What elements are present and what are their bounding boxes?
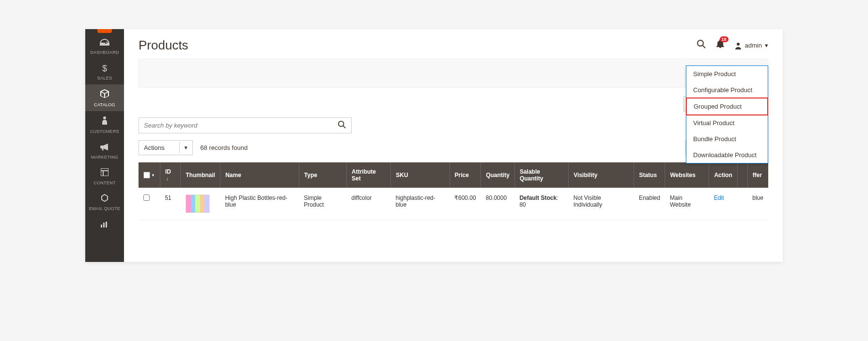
cell-salable: Default Stock: 80: [514, 188, 568, 220]
col-thumbnail[interactable]: Thumbnail: [181, 162, 220, 188]
gauge-icon: [100, 38, 109, 48]
sort-arrow-icon: ↓: [166, 176, 169, 181]
nav-email-quote[interactable]: EMAIL QUOTE: [85, 189, 124, 215]
nav-dashboard[interactable]: DASHBOARD: [85, 33, 124, 59]
magento-logo-tab: [97, 29, 112, 33]
col-sku[interactable]: SKU: [391, 162, 450, 188]
col-status[interactable]: Status: [634, 162, 665, 188]
dropdown-downloadable-product[interactable]: Downloadable Product: [686, 147, 768, 163]
nav-label: SALES: [97, 76, 112, 81]
dropdown-configurable-product[interactable]: Configurable Product: [686, 82, 768, 98]
svg-rect-5: [103, 223, 105, 227]
header-actions: 18 admin ▾: [697, 39, 768, 51]
svg-rect-1: [101, 168, 108, 176]
user-icon: [734, 42, 742, 49]
salable-value: 80: [519, 201, 526, 208]
cell-status: Enabled: [634, 188, 665, 220]
notifications-icon[interactable]: 18: [716, 39, 725, 51]
cell-name: High Plastic Bottles-red-blue: [220, 188, 299, 220]
records-found: 68 records found: [201, 144, 248, 151]
svg-point-0: [103, 116, 106, 119]
bar-chart-icon: [101, 220, 108, 230]
megaphone-icon: [100, 143, 109, 153]
col-blank[interactable]: [737, 162, 747, 188]
svg-rect-6: [106, 222, 107, 227]
svg-point-7: [698, 40, 703, 46]
col-action[interactable]: Action: [709, 162, 737, 188]
col-id[interactable]: ID ↓: [160, 162, 181, 188]
cell-visibility: Not Visible Individually: [569, 188, 634, 220]
toolbar: Filters Default V: [124, 88, 783, 114]
search-submit-icon[interactable]: [333, 120, 351, 130]
col-extra[interactable]: ffer: [747, 162, 768, 188]
nav-content[interactable]: CONTENT: [85, 163, 124, 189]
main-content: Products 18 admin ▾ Add Product: [124, 29, 783, 262]
dropdown-grouped-product[interactable]: Grouped Product: [686, 97, 768, 115]
message-banner: Add Product: [139, 59, 768, 88]
add-product-dropdown: Simple Product Configurable Product Grou…: [686, 65, 768, 163]
nav-label: CATALOG: [94, 102, 115, 107]
col-price[interactable]: Price: [450, 162, 481, 188]
actions-label: Actions: [139, 141, 179, 155]
products-table: ▼ ID ↓ Thumbnail Name Type Attribute Set…: [139, 162, 768, 220]
nav-customers[interactable]: CUSTOMERS: [85, 111, 124, 138]
nav-label: CONTENT: [93, 180, 116, 185]
salable-label: Default Stock: [519, 195, 557, 201]
products-grid: ▼ ID ↓ Thumbnail Name Type Attribute Set…: [139, 162, 768, 220]
select-all-checkbox[interactable]: [143, 172, 150, 179]
search-box: [139, 117, 352, 133]
col-visibility[interactable]: Visibility: [569, 162, 634, 188]
chevron-down-icon: ▾: [765, 42, 768, 49]
grid-controls: Actions ▼ 68 records found 50 ▼ per page…: [124, 140, 783, 162]
cube-icon: [100, 89, 109, 100]
svg-line-8: [703, 46, 705, 48]
cell-price: ₹600.00: [450, 188, 481, 220]
col-type[interactable]: Type: [299, 162, 346, 188]
col-attribute-set[interactable]: Attribute Set: [347, 162, 391, 188]
layout-icon: [101, 168, 108, 179]
nav-label: EMAIL QUOTE: [89, 206, 120, 211]
page-header: Products 18 admin ▾: [124, 29, 783, 59]
notification-badge: 18: [720, 36, 728, 42]
cell-sku: highplastic-red-blue: [391, 188, 450, 220]
user-menu[interactable]: admin ▾: [734, 42, 768, 49]
dropdown-bundle-product[interactable]: Bundle Product: [686, 131, 768, 147]
nav-sales[interactable]: $ SALES: [85, 59, 124, 84]
user-name: admin: [745, 42, 762, 49]
table-header-row: ▼ ID ↓ Thumbnail Name Type Attribute Set…: [139, 162, 768, 188]
nav-catalog[interactable]: CATALOG: [85, 84, 124, 111]
col-websites[interactable]: Websites: [665, 162, 709, 188]
nav-marketing[interactable]: MARKETING: [85, 138, 124, 163]
cell-qty: 80.0000: [481, 188, 515, 220]
svg-rect-4: [101, 225, 102, 227]
search-input[interactable]: [139, 118, 333, 133]
nav-reports-partial[interactable]: [85, 215, 124, 236]
search-icon[interactable]: [697, 39, 706, 51]
sidebar: DASHBOARD $ SALES CATALOG CUSTOMERS MARK…: [85, 29, 124, 262]
dropdown-simple-product[interactable]: Simple Product: [686, 66, 768, 82]
col-salable-quantity[interactable]: Salable Quantity: [514, 162, 568, 188]
app-frame: DASHBOARD $ SALES CATALOG CUSTOMERS MARK…: [85, 29, 783, 262]
cell-type: Simple Product: [299, 188, 346, 220]
nav-label: MARKETING: [91, 155, 118, 160]
bulk-actions-select[interactable]: Actions ▼: [139, 140, 193, 155]
nav-label: DASHBOARD: [90, 50, 119, 55]
dollar-icon: $: [102, 64, 107, 74]
chevron-down-icon[interactable]: ▼: [151, 173, 155, 178]
nav-label: CUSTOMERS: [90, 129, 119, 134]
svg-point-9: [737, 43, 740, 46]
search-row: [124, 114, 783, 140]
svg-line-11: [343, 126, 346, 129]
edit-link[interactable]: Edit: [714, 195, 724, 201]
cell-websites: Main Website: [665, 188, 709, 220]
row-checkbox[interactable]: [143, 195, 150, 201]
cell-extra: blue: [747, 188, 768, 220]
chevron-down-icon[interactable]: ▼: [179, 142, 192, 154]
cell-id: 51: [160, 188, 181, 220]
col-quantity[interactable]: Quantity: [481, 162, 515, 188]
dropdown-virtual-product[interactable]: Virtual Product: [686, 115, 768, 131]
col-name[interactable]: Name: [220, 162, 299, 188]
table-row[interactable]: 51 High Plastic Bottles-red-blue Simple …: [139, 188, 768, 220]
product-thumbnail: [186, 195, 210, 213]
col-checkbox: ▼: [139, 162, 160, 188]
